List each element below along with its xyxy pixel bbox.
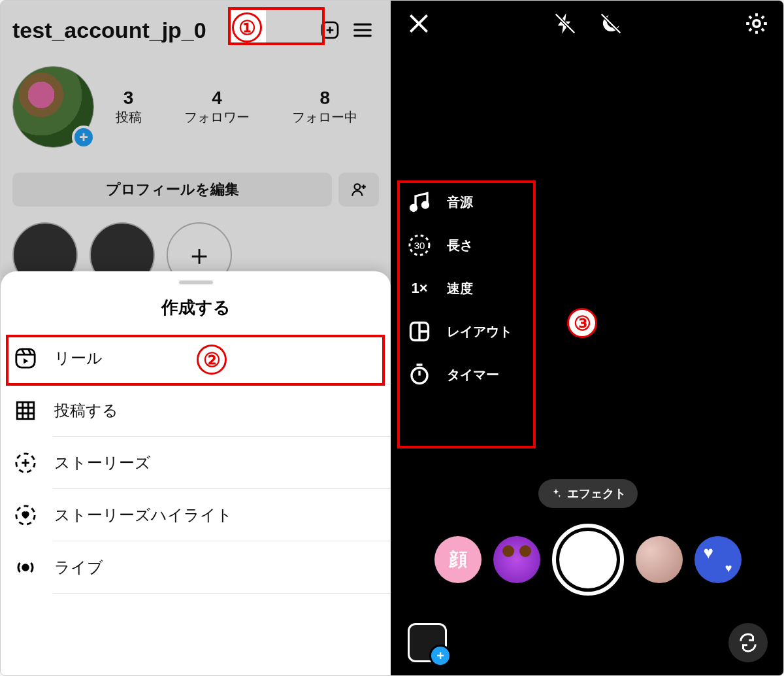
gear-icon <box>744 11 769 36</box>
filter-face[interactable]: 顔 <box>434 536 482 583</box>
stat-posts-count: 3 <box>116 88 142 109</box>
story-plus-icon <box>14 452 37 474</box>
flash-off-button[interactable] <box>551 10 579 37</box>
svg-point-1 <box>355 184 361 190</box>
shutter-inner <box>559 531 617 588</box>
create-bottom-sheet: 作成する リール 投稿する ストーリーズ ストーリーズハイライト ライブ <box>1 271 391 676</box>
annotation-badge-2: ② <box>197 345 227 375</box>
gallery-picker-button[interactable] <box>408 623 447 662</box>
annotation-badge-1: ① <box>232 12 262 42</box>
heart-ring-icon <box>14 504 37 526</box>
settings-button[interactable] <box>743 10 770 37</box>
camera-flip-button[interactable] <box>728 623 768 662</box>
stat-followers-label: フォロワー <box>184 109 250 126</box>
sheet-title: 作成する <box>1 296 391 319</box>
stat-following[interactable]: 8 フォロー中 <box>292 88 357 126</box>
annotation-badge-3: ③ <box>567 308 597 338</box>
close-button[interactable] <box>405 10 433 37</box>
sheet-drag-handle[interactable] <box>179 280 213 284</box>
stat-posts-label: 投稿 <box>116 109 142 126</box>
sheet-item-label: 投稿する <box>54 400 118 421</box>
hamburger-icon <box>352 23 373 37</box>
camera-flip-icon <box>738 633 758 652</box>
stat-posts[interactable]: 3 投稿 <box>116 88 142 126</box>
close-icon <box>406 11 431 36</box>
grid-icon <box>14 399 37 422</box>
night-mode-off-button[interactable] <box>597 10 625 37</box>
stat-following-count: 8 <box>292 88 357 109</box>
moon-off-icon <box>598 11 623 36</box>
flash-off-icon <box>553 11 578 36</box>
edit-profile-button[interactable]: プロフィールを編集 <box>12 173 332 207</box>
sparkle-icon <box>550 488 562 499</box>
filter-dog-ears[interactable] <box>493 536 540 583</box>
filter-hearts[interactable] <box>694 536 742 583</box>
add-story-badge[interactable]: + <box>72 126 95 149</box>
effect-button[interactable]: エフェクト <box>538 479 638 508</box>
annotation-highlight-box-3 <box>397 180 536 448</box>
sheet-item-story-highlight[interactable]: ストーリーズハイライト <box>1 489 391 541</box>
sheet-item-post[interactable]: 投稿する <box>1 384 391 437</box>
camera-screen: 音源 30 長さ 1× 速度 レイアウト タイマー ③ エフェクト 顔 <box>391 1 784 676</box>
sheet-item-label: ストーリーズハイライト <box>54 505 233 526</box>
add-person-icon <box>350 181 367 198</box>
stat-following-label: フォロー中 <box>292 109 357 126</box>
svg-rect-3 <box>17 402 34 419</box>
shutter-button[interactable] <box>552 524 624 596</box>
sheet-item-story[interactable]: ストーリーズ <box>1 437 391 489</box>
sheet-item-label: ライブ <box>54 557 103 578</box>
effect-label: エフェクト <box>567 486 626 501</box>
discover-people-button[interactable] <box>338 173 379 207</box>
sheet-item-label: ストーリーズ <box>54 452 151 473</box>
svg-point-7 <box>753 20 760 27</box>
profile-avatar[interactable]: + <box>12 66 94 148</box>
annotation-highlight-box-2 <box>6 335 385 386</box>
svg-point-6 <box>23 565 29 571</box>
filter-glow[interactable] <box>636 536 683 583</box>
hamburger-menu-button[interactable] <box>346 14 379 46</box>
sheet-item-live[interactable]: ライブ <box>1 541 391 594</box>
stat-followers-count: 4 <box>184 88 250 109</box>
live-icon <box>14 556 37 579</box>
stat-followers[interactable]: 4 フォロワー <box>184 88 250 126</box>
